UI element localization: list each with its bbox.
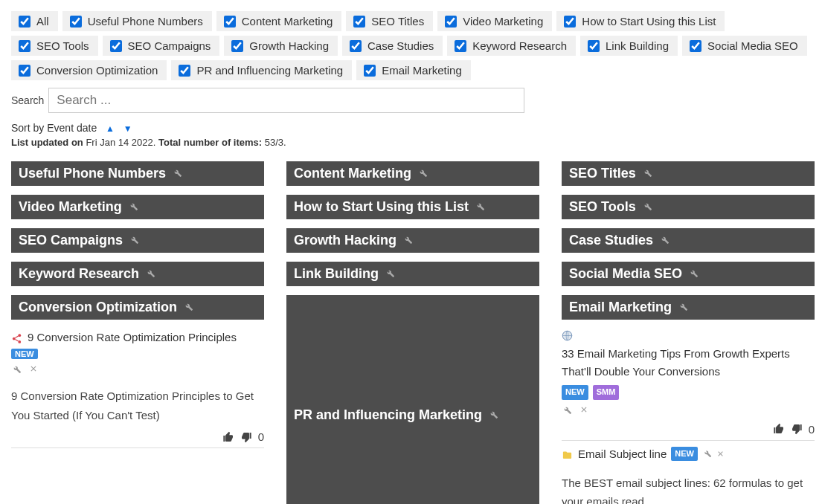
category-social-media-seo[interactable]: Social Media SEO — [562, 262, 815, 286]
filter-chip-content-marketing[interactable]: Content Marketing — [216, 11, 342, 31]
wrench-icon[interactable] — [702, 445, 712, 463]
filter-chip-link-building[interactable]: Link Building — [580, 36, 678, 56]
badge-new: NEW — [671, 447, 698, 462]
filter-chip-useful-phone[interactable]: Useful Phone Numbers — [62, 11, 212, 31]
item-title[interactable]: 33 Email Marketing Tips From Growth Expe… — [562, 345, 815, 381]
filter-checkbox[interactable] — [19, 40, 30, 52]
wrench-icon[interactable] — [129, 234, 139, 247]
filter-checkbox[interactable] — [350, 40, 362, 52]
category-block-email: Email Marketing 33 Email Marketing Tips … — [562, 295, 815, 504]
filter-checkbox[interactable] — [179, 65, 190, 77]
close-icon[interactable] — [29, 364, 38, 376]
wrench-icon[interactable] — [172, 167, 182, 180]
filter-chip-seo-tools[interactable]: SEO Tools — [11, 36, 98, 56]
search-input[interactable] — [48, 88, 524, 113]
category-video-marketing[interactable]: Video Marketing — [11, 195, 264, 219]
filter-label: Content Marketing — [242, 15, 333, 28]
list-item: Email Subject line NEW The BEST email su… — [562, 441, 815, 504]
category-seo-titles[interactable]: SEO Titles — [562, 161, 815, 186]
thumbs-up-icon[interactable] — [222, 431, 234, 443]
wrench-icon[interactable] — [659, 234, 670, 247]
filter-checkbox[interactable] — [110, 40, 122, 52]
sort-asc-icon[interactable]: ▲ — [103, 123, 118, 134]
filter-bar: All Useful Phone Numbers Content Marketi… — [11, 11, 811, 80]
category-conversion-opt[interactable]: Conversion Optimization — [11, 295, 264, 320]
filter-chip-pr-influencing[interactable]: PR and Influencing Marketing — [171, 60, 352, 80]
wrench-icon[interactable] — [402, 234, 413, 247]
wrench-icon[interactable] — [385, 268, 395, 280]
filter-label: Conversion Optimization — [36, 64, 158, 77]
wrench-icon[interactable] — [11, 364, 22, 376]
filter-chip-video-marketing[interactable]: Video Marketing — [437, 11, 552, 31]
category-seo-campaigns[interactable]: SEO Campaigns — [11, 228, 264, 253]
filter-label: Growth Hacking — [249, 39, 329, 52]
filter-chip-case-studies[interactable]: Case Studies — [342, 36, 443, 56]
category-content-marketing[interactable]: Content Marketing — [286, 161, 539, 186]
filter-checkbox[interactable] — [588, 40, 600, 52]
wrench-icon[interactable] — [128, 201, 138, 213]
filter-checkbox[interactable] — [231, 40, 243, 52]
filter-checkbox[interactable] — [70, 16, 82, 28]
filter-chip-seo-campaigns[interactable]: SEO Campaigns — [103, 36, 220, 56]
filter-label: All — [36, 15, 49, 28]
filter-checkbox[interactable] — [19, 65, 30, 77]
filter-checkbox[interactable] — [224, 16, 236, 28]
badge-smm: SMM — [593, 385, 620, 400]
close-icon[interactable] — [579, 404, 588, 417]
category-title: SEO Campaigns — [19, 233, 123, 248]
filter-chip-keyword-research[interactable]: Keyword Research — [447, 36, 576, 56]
close-icon[interactable] — [716, 445, 725, 463]
wrench-icon[interactable] — [642, 167, 652, 180]
list-item: 33 Email Marketing Tips From Growth Expe… — [562, 324, 815, 441]
filter-checkbox[interactable] — [19, 16, 30, 28]
filter-checkbox[interactable] — [445, 16, 457, 28]
category-title: Email Marketing — [569, 300, 672, 315]
filter-chip-how-to-start[interactable]: How to Start Using this List — [556, 11, 725, 31]
item-title[interactable]: 9 Conversion Rate Optimization Principle… — [28, 329, 237, 346]
filter-chip-seo-titles[interactable]: SEO Titles — [346, 11, 433, 31]
filter-label: Social Media SEO — [707, 39, 798, 52]
thumbs-down-icon[interactable] — [791, 423, 803, 435]
wrench-icon[interactable] — [145, 268, 155, 280]
category-seo-tools[interactable]: SEO Tools — [562, 195, 815, 219]
filter-checkbox[interactable] — [353, 16, 365, 28]
category-title: PR and Influencing Marketing — [294, 407, 482, 423]
filter-chip-email-marketing[interactable]: Email Marketing — [356, 60, 471, 80]
category-pr-influencing[interactable]: PR and Influencing Marketing — [286, 295, 539, 504]
category-how-to-start[interactable]: How to Start Using this List — [286, 195, 539, 219]
wrench-icon[interactable] — [475, 201, 485, 213]
sort-desc-icon[interactable]: ▼ — [121, 123, 135, 134]
category-block-conversion: Conversion Optimization 9 Conversion Rat… — [11, 295, 264, 504]
filter-chip-all[interactable]: All — [11, 11, 58, 31]
item-title[interactable]: Email Subject line — [578, 445, 667, 463]
filter-label: Email Marketing — [382, 64, 462, 77]
wrench-icon[interactable] — [688, 268, 699, 280]
filter-checkbox[interactable] — [364, 65, 376, 77]
thumbs-up-icon[interactable] — [773, 423, 785, 435]
filter-label: PR and Influencing Marketing — [196, 64, 343, 77]
category-case-studies[interactable]: Case Studies — [562, 228, 815, 253]
category-keyword-research[interactable]: Keyword Research — [11, 262, 264, 286]
filter-label: How to Start Using this List — [582, 15, 716, 28]
filter-chip-growth-hacking[interactable]: Growth Hacking — [224, 36, 338, 56]
category-useful-phone[interactable]: Useful Phone Numbers — [11, 161, 264, 186]
category-growth-hacking[interactable]: Growth Hacking — [286, 228, 539, 253]
filter-checkbox[interactable] — [564, 16, 576, 28]
wrench-icon[interactable] — [488, 409, 498, 421]
filter-chip-conversion-opt[interactable]: Conversion Optimization — [11, 60, 167, 80]
filter-checkbox[interactable] — [455, 40, 466, 52]
wrench-icon[interactable] — [183, 301, 193, 314]
category-title: Keyword Research — [19, 266, 139, 282]
filter-checkbox[interactable] — [690, 40, 701, 52]
badge-new: NEW — [11, 349, 38, 359]
wrench-icon[interactable] — [417, 167, 428, 180]
category-link-building[interactable]: Link Building — [286, 262, 539, 286]
category-title: SEO Tools — [569, 199, 636, 215]
wrench-icon[interactable] — [562, 404, 572, 417]
wrench-icon[interactable] — [642, 201, 652, 213]
category-email-marketing[interactable]: Email Marketing — [562, 295, 815, 320]
thumbs-down-icon[interactable] — [240, 431, 252, 443]
category-grid: Useful Phone Numbers Content Marketing S… — [11, 161, 811, 504]
wrench-icon[interactable] — [678, 301, 688, 314]
filter-chip-social-media-seo[interactable]: Social Media SEO — [682, 36, 807, 56]
